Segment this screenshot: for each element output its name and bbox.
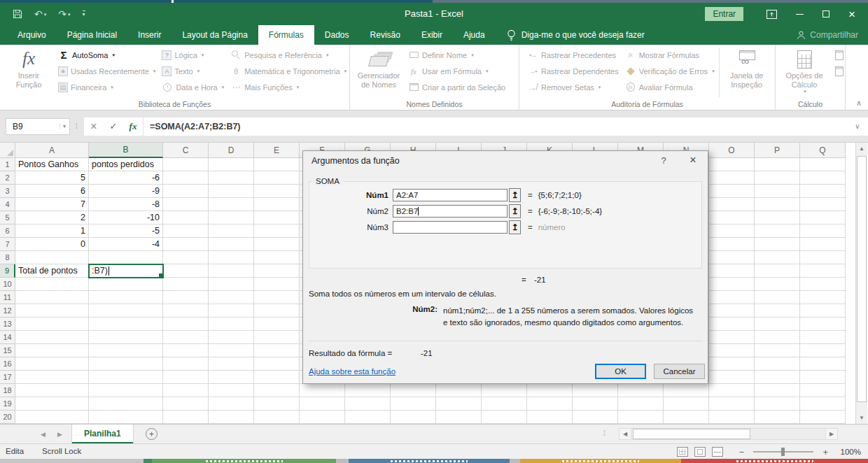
cell-C16[interactable] xyxy=(163,357,209,371)
cell-B10[interactable] xyxy=(89,278,163,291)
cell-C5[interactable] xyxy=(163,211,209,225)
close-button[interactable] xyxy=(848,8,855,20)
sheet-tab-planilha1[interactable]: Planilha1 xyxy=(71,425,134,443)
cell-F20[interactable] xyxy=(300,411,345,424)
cell-I18[interactable] xyxy=(436,384,482,397)
autosum-button[interactable]: AutoSoma▾ xyxy=(56,47,158,63)
cell-A11[interactable] xyxy=(15,291,89,304)
save-icon[interactable] xyxy=(13,9,22,19)
cell-O13[interactable] xyxy=(709,318,755,331)
tab-formulas[interactable]: Fórmulas xyxy=(258,25,314,45)
ok-button[interactable]: OK xyxy=(595,364,646,379)
cell-Q5[interactable] xyxy=(800,211,846,225)
row-header-6[interactable]: 6 xyxy=(0,225,15,238)
cell-C8[interactable] xyxy=(163,251,209,264)
dialog-close-icon[interactable] xyxy=(687,155,699,166)
insert-function-button[interactable] xyxy=(123,117,143,136)
cell-Q12[interactable] xyxy=(800,304,846,318)
cell-A15[interactable] xyxy=(15,344,89,357)
cell-A12[interactable] xyxy=(15,304,89,318)
row-header-4[interactable]: 4 xyxy=(0,198,15,211)
num2-input[interactable]: B2:B7 xyxy=(393,205,507,218)
cell-C20[interactable] xyxy=(163,411,209,424)
cell-P11[interactable] xyxy=(755,291,800,304)
recently-used-button[interactable]: Usadas Recentemente▾ xyxy=(56,63,158,79)
collapse-dialog-button[interactable] xyxy=(509,204,521,218)
horizontal-scrollbar[interactable] xyxy=(619,428,838,440)
cell-P13[interactable] xyxy=(755,318,800,331)
cell-P9[interactable] xyxy=(755,264,800,278)
column-header-o[interactable]: O xyxy=(709,143,755,158)
cell-D15[interactable] xyxy=(209,344,254,357)
row-header-18[interactable]: 18 xyxy=(0,384,15,397)
cell-D10[interactable] xyxy=(209,278,254,291)
cell-Q7[interactable] xyxy=(800,238,846,251)
cell-A18[interactable] xyxy=(15,384,89,397)
scroll-down-icon[interactable] xyxy=(856,412,867,424)
cell-G20[interactable] xyxy=(345,411,391,424)
show-formulas-button[interactable]: Mostrar Fórmulas xyxy=(623,47,717,63)
cell-Q11[interactable] xyxy=(800,291,846,304)
math-trig-button[interactable]: Matemática e Trigonometria▾ xyxy=(228,63,349,79)
cell-C18[interactable] xyxy=(163,384,209,397)
tab-layout-da-pagina[interactable]: Layout da Página xyxy=(172,25,258,45)
tab-dados[interactable]: Dados xyxy=(314,25,360,45)
cell-O16[interactable] xyxy=(709,357,755,371)
cell-C14[interactable] xyxy=(163,331,209,344)
scroll-up-icon[interactable] xyxy=(856,143,867,155)
cell-Q10[interactable] xyxy=(800,278,846,291)
share-button[interactable]: Compartilhar xyxy=(797,25,858,45)
column-header-c[interactable]: C xyxy=(163,143,209,158)
cell-A14[interactable] xyxy=(15,331,89,344)
cell-D18[interactable] xyxy=(209,384,254,397)
row-header-9[interactable]: 9 xyxy=(0,264,15,278)
cell-Q2[interactable] xyxy=(800,171,846,185)
cancel-button[interactable]: Cancelar xyxy=(654,364,705,379)
tab-arquivo[interactable]: Arquivo xyxy=(7,25,57,45)
cell-C15[interactable] xyxy=(163,344,209,357)
cell-H19[interactable] xyxy=(391,397,436,411)
vertical-scrollbar[interactable] xyxy=(855,143,867,424)
vertical-scrollbar-thumb[interactable] xyxy=(857,156,867,402)
num3-input[interactable] xyxy=(393,221,507,234)
cell-Q14[interactable] xyxy=(800,331,846,344)
cell-E5[interactable] xyxy=(254,211,300,225)
row-header-7[interactable]: 7 xyxy=(0,238,15,251)
remove-arrows-button[interactable]: Remover Setas▾ xyxy=(525,79,621,95)
cell-P19[interactable] xyxy=(755,397,800,411)
row-header-15[interactable]: 15 xyxy=(0,344,15,357)
tab-pagina-inicial[interactable]: Página Inicial xyxy=(57,25,127,45)
cell-B7[interactable]: -4 xyxy=(89,238,163,251)
cell-P1[interactable] xyxy=(755,158,800,171)
logical-button[interactable]: Lógica▾ xyxy=(160,47,226,63)
new-sheet-button[interactable] xyxy=(146,428,158,440)
cell-Q9[interactable] xyxy=(800,264,846,278)
sign-in-button[interactable]: Entrar xyxy=(705,7,743,21)
cell-O14[interactable] xyxy=(709,331,755,344)
column-header-b[interactable]: B xyxy=(89,143,163,158)
cell-M20[interactable] xyxy=(618,411,664,424)
cell-B18[interactable] xyxy=(89,384,163,397)
cell-Q1[interactable] xyxy=(800,158,846,171)
cell-D12[interactable] xyxy=(209,304,254,318)
cell-C6[interactable] xyxy=(163,225,209,238)
cell-Q6[interactable] xyxy=(800,225,846,238)
scroll-right-icon[interactable] xyxy=(825,429,837,439)
cell-F18[interactable] xyxy=(300,384,345,397)
cell-Q18[interactable] xyxy=(800,384,846,397)
cell-H18[interactable] xyxy=(391,384,436,397)
maximize-button[interactable] xyxy=(822,10,830,17)
cell-D6[interactable] xyxy=(209,225,254,238)
next-sheet-icon[interactable] xyxy=(57,425,62,443)
cell-E9[interactable] xyxy=(254,264,300,278)
lookup-reference-button[interactable]: Pesquisa e Referência▾ xyxy=(228,47,349,63)
trace-precedents-button[interactable]: Rastrear Precedentes xyxy=(525,47,621,63)
cell-B8[interactable] xyxy=(89,251,163,264)
cell-Q20[interactable] xyxy=(800,411,846,424)
cell-P16[interactable] xyxy=(755,357,800,371)
cell-E14[interactable] xyxy=(254,331,300,344)
zoom-out-icon[interactable] xyxy=(739,448,745,457)
cell-A8[interactable] xyxy=(15,251,89,264)
cell-D3[interactable] xyxy=(209,185,254,198)
calculate-sheet-button[interactable] xyxy=(832,63,845,79)
